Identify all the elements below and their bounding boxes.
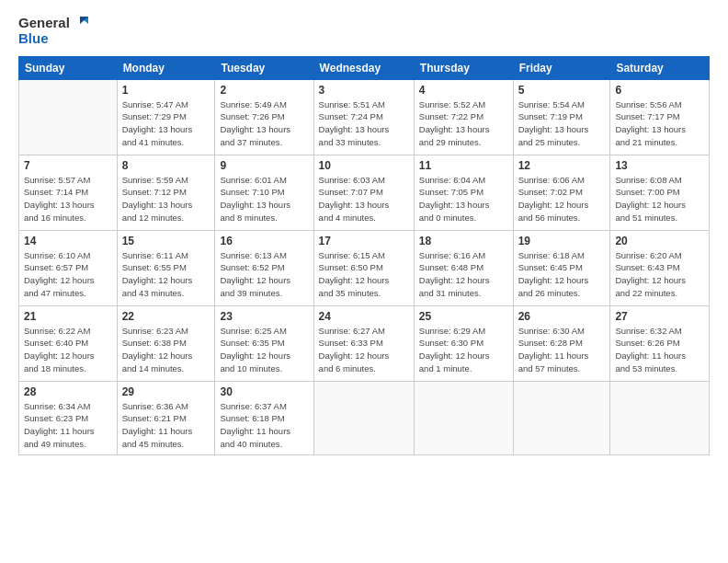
- day-number: 10: [319, 159, 409, 172]
- day-number: 25: [419, 310, 508, 323]
- day-number: 2: [220, 84, 308, 97]
- day-info: Sunrise: 6:37 AMSunset: 6:18 PMDaylight:…: [220, 400, 308, 451]
- weekday-header-row: SundayMondayTuesdayWednesdayThursdayFrid…: [19, 56, 710, 79]
- day-number: 15: [122, 235, 210, 247]
- calendar-cell: 14Sunrise: 6:10 AMSunset: 6:57 PMDayligh…: [19, 230, 118, 305]
- weekday-header-friday: Friday: [513, 56, 610, 79]
- day-info: Sunrise: 6:15 AMSunset: 6:50 PMDaylight:…: [319, 249, 409, 300]
- calendar-cell: 22Sunrise: 6:23 AMSunset: 6:38 PMDayligh…: [117, 305, 215, 381]
- day-number: 27: [615, 310, 704, 323]
- calendar-cell: 24Sunrise: 6:27 AMSunset: 6:33 PMDayligh…: [313, 305, 414, 381]
- day-number: 9: [220, 159, 308, 172]
- day-number: 14: [24, 235, 112, 247]
- day-info: Sunrise: 6:23 AMSunset: 6:38 PMDaylight:…: [122, 325, 210, 375]
- calendar-cell: 15Sunrise: 6:11 AMSunset: 6:55 PMDayligh…: [117, 230, 215, 305]
- calendar-week-row-2: 7Sunrise: 5:57 AMSunset: 7:14 PMDaylight…: [19, 155, 710, 230]
- calendar-cell: [19, 79, 118, 155]
- day-info: Sunrise: 5:56 AMSunset: 7:17 PMDaylight:…: [615, 98, 704, 149]
- day-number: 21: [24, 310, 112, 323]
- day-number: 30: [220, 385, 308, 398]
- calendar-week-row-3: 14Sunrise: 6:10 AMSunset: 6:57 PMDayligh…: [19, 230, 710, 305]
- weekday-header-monday: Monday: [117, 56, 215, 79]
- calendar-cell: 7Sunrise: 5:57 AMSunset: 7:14 PMDaylight…: [19, 155, 118, 230]
- calendar-cell: [513, 381, 610, 454]
- calendar-table: SundayMondayTuesdayWednesdayThursdayFrid…: [18, 56, 710, 455]
- calendar-cell: 30Sunrise: 6:37 AMSunset: 6:18 PMDayligh…: [215, 381, 313, 454]
- logo-text: General Blue: [18, 15, 88, 47]
- logo-bird-icon: [72, 15, 88, 31]
- calendar-cell: 16Sunrise: 6:13 AMSunset: 6:52 PMDayligh…: [215, 230, 313, 305]
- calendar-cell: 28Sunrise: 6:34 AMSunset: 6:23 PMDayligh…: [19, 381, 118, 454]
- day-info: Sunrise: 5:47 AMSunset: 7:29 PMDaylight:…: [122, 98, 210, 149]
- logo: General Blue: [18, 15, 88, 47]
- calendar-cell: 4Sunrise: 5:52 AMSunset: 7:22 PMDaylight…: [414, 79, 513, 155]
- day-number: 24: [319, 310, 409, 323]
- day-info: Sunrise: 5:51 AMSunset: 7:24 PMDaylight:…: [319, 98, 409, 149]
- day-info: Sunrise: 6:10 AMSunset: 6:57 PMDaylight:…: [24, 249, 112, 300]
- calendar-cell: 9Sunrise: 6:01 AMSunset: 7:10 PMDaylight…: [215, 155, 313, 230]
- day-number: 8: [122, 159, 210, 172]
- calendar-cell: 6Sunrise: 5:56 AMSunset: 7:17 PMDaylight…: [610, 79, 710, 155]
- day-number: 20: [615, 235, 704, 247]
- day-number: 28: [24, 385, 112, 398]
- day-info: Sunrise: 6:13 AMSunset: 6:52 PMDaylight:…: [220, 249, 308, 300]
- day-info: Sunrise: 6:16 AMSunset: 6:48 PMDaylight:…: [419, 249, 508, 300]
- calendar-cell: 21Sunrise: 6:22 AMSunset: 6:40 PMDayligh…: [19, 305, 118, 381]
- day-number: 16: [220, 235, 308, 247]
- calendar-week-row-1: 1Sunrise: 5:47 AMSunset: 7:29 PMDaylight…: [19, 79, 710, 155]
- calendar-cell: 27Sunrise: 6:32 AMSunset: 6:26 PMDayligh…: [610, 305, 710, 381]
- day-info: Sunrise: 6:06 AMSunset: 7:02 PMDaylight:…: [518, 174, 606, 224]
- day-number: 23: [220, 310, 308, 323]
- calendar-cell: [313, 381, 414, 454]
- calendar-week-row-5: 28Sunrise: 6:34 AMSunset: 6:23 PMDayligh…: [19, 381, 710, 454]
- day-number: 7: [24, 159, 112, 172]
- day-number: 29: [122, 385, 210, 398]
- logo-blue: Blue: [18, 31, 49, 47]
- weekday-header-sunday: Sunday: [19, 56, 118, 79]
- day-number: 17: [319, 235, 409, 247]
- calendar-week-row-4: 21Sunrise: 6:22 AMSunset: 6:40 PMDayligh…: [19, 305, 710, 381]
- day-info: Sunrise: 6:34 AMSunset: 6:23 PMDaylight:…: [24, 400, 112, 451]
- weekday-header-thursday: Thursday: [414, 56, 513, 79]
- day-info: Sunrise: 5:52 AMSunset: 7:22 PMDaylight:…: [419, 98, 508, 149]
- calendar-cell: [610, 381, 710, 454]
- weekday-header-saturday: Saturday: [610, 56, 710, 79]
- calendar-cell: 13Sunrise: 6:08 AMSunset: 7:00 PMDayligh…: [610, 155, 710, 230]
- day-number: 22: [122, 310, 210, 323]
- calendar-cell: 10Sunrise: 6:03 AMSunset: 7:07 PMDayligh…: [313, 155, 414, 230]
- day-info: Sunrise: 6:11 AMSunset: 6:55 PMDaylight:…: [122, 249, 210, 300]
- day-info: Sunrise: 6:29 AMSunset: 6:30 PMDaylight:…: [419, 325, 508, 375]
- day-info: Sunrise: 6:01 AMSunset: 7:10 PMDaylight:…: [220, 174, 308, 224]
- day-number: 1: [122, 84, 210, 97]
- day-number: 12: [518, 159, 606, 172]
- day-number: 6: [615, 84, 704, 97]
- calendar-cell: [414, 381, 513, 454]
- calendar-cell: 20Sunrise: 6:20 AMSunset: 6:43 PMDayligh…: [610, 230, 710, 305]
- calendar-cell: 18Sunrise: 6:16 AMSunset: 6:48 PMDayligh…: [414, 230, 513, 305]
- calendar-cell: 19Sunrise: 6:18 AMSunset: 6:45 PMDayligh…: [513, 230, 610, 305]
- weekday-header-tuesday: Tuesday: [215, 56, 313, 79]
- day-number: 5: [518, 84, 606, 97]
- calendar-cell: 1Sunrise: 5:47 AMSunset: 7:29 PMDaylight…: [117, 79, 215, 155]
- day-number: 11: [419, 159, 508, 172]
- weekday-header-wednesday: Wednesday: [313, 56, 414, 79]
- day-number: 4: [419, 84, 508, 97]
- calendar-cell: 12Sunrise: 6:06 AMSunset: 7:02 PMDayligh…: [513, 155, 610, 230]
- calendar-cell: 8Sunrise: 5:59 AMSunset: 7:12 PMDaylight…: [117, 155, 215, 230]
- calendar-cell: 25Sunrise: 6:29 AMSunset: 6:30 PMDayligh…: [414, 305, 513, 381]
- day-info: Sunrise: 6:30 AMSunset: 6:28 PMDaylight:…: [518, 325, 606, 375]
- day-info: Sunrise: 6:08 AMSunset: 7:00 PMDaylight:…: [615, 174, 704, 224]
- day-info: Sunrise: 6:36 AMSunset: 6:21 PMDaylight:…: [122, 400, 210, 451]
- calendar-cell: 3Sunrise: 5:51 AMSunset: 7:24 PMDaylight…: [313, 79, 414, 155]
- calendar-cell: 17Sunrise: 6:15 AMSunset: 6:50 PMDayligh…: [313, 230, 414, 305]
- day-info: Sunrise: 6:25 AMSunset: 6:35 PMDaylight:…: [220, 325, 308, 375]
- day-info: Sunrise: 5:54 AMSunset: 7:19 PMDaylight:…: [518, 98, 606, 149]
- day-number: 19: [518, 235, 606, 247]
- day-number: 18: [419, 235, 508, 247]
- day-info: Sunrise: 6:22 AMSunset: 6:40 PMDaylight:…: [24, 325, 112, 375]
- day-info: Sunrise: 6:04 AMSunset: 7:05 PMDaylight:…: [419, 174, 508, 224]
- day-info: Sunrise: 6:27 AMSunset: 6:33 PMDaylight:…: [319, 325, 409, 375]
- page-header: General Blue: [18, 15, 710, 47]
- day-number: 26: [518, 310, 606, 323]
- day-number: 3: [319, 84, 409, 97]
